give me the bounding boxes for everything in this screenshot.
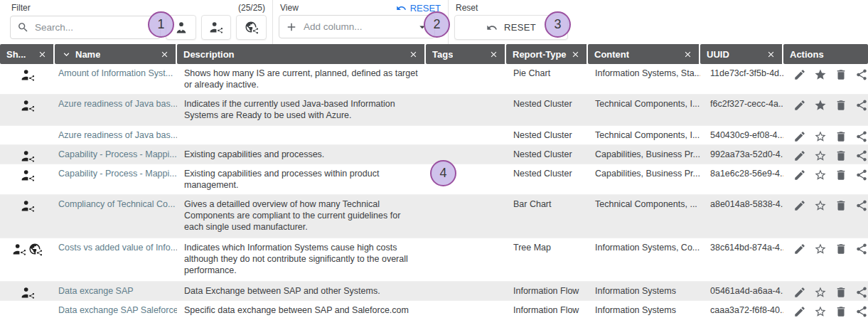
annotation-marker-4: 4 — [430, 160, 456, 186]
report-name-link[interactable]: Compliancy of Technical Co... — [55, 195, 177, 238]
description-cell: Indicates if the currently used Java-bas… — [177, 95, 426, 125]
delete-icon[interactable] — [835, 169, 847, 181]
table-row: Data excange SAPData Exchange between SA… — [0, 282, 868, 301]
star-icon[interactable] — [814, 149, 827, 162]
delete-icon[interactable] — [835, 243, 847, 255]
report-name-link[interactable]: Capability - Process - Mappi... — [55, 145, 177, 164]
delete-icon[interactable] — [835, 99, 847, 112]
businessman-icon — [174, 21, 188, 35]
tags-cell — [426, 95, 506, 125]
report-name-link[interactable]: Costs vs added value of Info... — [55, 238, 177, 281]
edit-icon[interactable] — [793, 169, 806, 181]
edit-icon[interactable] — [793, 130, 806, 143]
delete-icon[interactable] — [835, 305, 847, 318]
edit-icon[interactable] — [793, 305, 806, 318]
report-type-cell: Pie Chart — [506, 64, 588, 94]
share-icon[interactable] — [855, 169, 868, 181]
share-icon[interactable] — [855, 286, 868, 299]
uuid-cell: 8a1e6c28-56e9-4... — [700, 164, 783, 194]
add-column-placeholder: Add column... — [304, 21, 416, 32]
report-name-link[interactable]: Data excange SAP — [55, 282, 177, 300]
report-type-cell: Information Flow — [506, 301, 588, 318]
tags-cell — [426, 64, 506, 94]
edit-icon[interactable] — [793, 243, 806, 255]
uuid-cell: 540430c9-ef08-4... — [700, 126, 783, 144]
remove-column-icon[interactable] — [38, 50, 47, 59]
actions-cell — [783, 145, 868, 164]
person-share-icon — [21, 286, 35, 300]
sort-chevron-down-icon[interactable] — [61, 49, 72, 60]
description-cell: Gives a detailled overview of how many T… — [177, 195, 426, 238]
filter-person-share-button[interactable] — [201, 15, 232, 40]
table-row: Compliancy of Technical Co...Gives a det… — [0, 195, 868, 238]
delete-icon[interactable] — [835, 199, 847, 212]
edit-icon[interactable] — [793, 286, 806, 299]
edit-icon[interactable] — [793, 199, 806, 212]
uuid-cell: 11de73cf-3f5b-4d... — [700, 64, 783, 94]
column-header-shared[interactable]: Sh... — [0, 44, 55, 64]
column-header-tags[interactable]: Tags — [426, 44, 506, 64]
annotation-marker-2: 2 — [424, 11, 450, 38]
report-name-link[interactable]: Data exchange SAP Saleforce — [55, 301, 177, 318]
shared-status-cell — [0, 195, 55, 238]
share-icon[interactable] — [855, 68, 868, 81]
report-name-link[interactable]: Azure readiness of Java bas... — [55, 126, 177, 144]
shared-status-cell — [0, 145, 55, 164]
share-icon[interactable] — [855, 149, 868, 162]
remove-column-icon[interactable] — [160, 50, 169, 59]
column-header-name[interactable]: Name — [55, 44, 177, 64]
delete-icon[interactable] — [835, 68, 847, 81]
remove-column-icon[interactable] — [571, 50, 580, 59]
reset-button-label: RESET — [504, 22, 536, 33]
share-icon[interactable] — [855, 243, 868, 255]
filter-globe-share-button[interactable] — [236, 15, 267, 40]
column-header-content[interactable]: Content — [588, 44, 700, 64]
star-icon[interactable] — [814, 99, 827, 112]
share-icon[interactable] — [855, 130, 868, 143]
actions-cell — [783, 195, 868, 238]
add-column-dropdown[interactable]: Add column... — [279, 15, 435, 38]
delete-icon[interactable] — [835, 286, 847, 299]
report-name-link[interactable]: Capability - Process - Mappi... — [55, 164, 177, 194]
content-cell: Technical Components, I... — [588, 95, 700, 125]
delete-icon[interactable] — [835, 130, 847, 143]
share-icon[interactable] — [855, 305, 868, 318]
star-icon[interactable] — [814, 199, 827, 212]
uuid-cell: f6c2f327-cecc-4a... — [700, 95, 783, 125]
actions-cell — [783, 95, 868, 125]
search-box[interactable] — [10, 16, 161, 39]
star-icon[interactable] — [814, 68, 827, 81]
filter-label: Filter — [11, 3, 31, 13]
column-header-uuid[interactable]: UUID — [700, 44, 783, 64]
edit-icon[interactable] — [793, 99, 806, 112]
remove-column-icon[interactable] — [489, 50, 498, 59]
star-icon[interactable] — [814, 130, 827, 143]
table-body: Amount of Information Syst...Shows how m… — [0, 64, 868, 318]
share-icon[interactable] — [855, 199, 868, 212]
remove-column-icon[interactable] — [409, 50, 418, 59]
column-header-description[interactable]: Description — [177, 44, 426, 64]
shared-status-cell — [0, 164, 55, 194]
remove-column-icon[interactable] — [766, 50, 776, 59]
share-icon[interactable] — [855, 99, 868, 112]
content-cell: Capabilities, Business Pr... — [588, 164, 700, 194]
tags-cell — [426, 195, 506, 238]
star-icon[interactable] — [814, 305, 827, 318]
star-icon[interactable] — [814, 286, 827, 299]
person-share-icon — [209, 21, 223, 35]
table-row: Azure readiness of Java bas...Indicates … — [0, 95, 868, 126]
delete-icon[interactable] — [835, 149, 847, 162]
star-icon[interactable] — [814, 169, 827, 181]
table-row: Costs vs added value of Info...Indicates… — [0, 238, 868, 282]
column-header-report-type[interactable]: Report-Type — [506, 44, 588, 64]
report-name-link[interactable]: Amount of Information Syst... — [55, 64, 177, 94]
person-share-icon — [21, 149, 35, 164]
edit-icon[interactable] — [793, 149, 806, 162]
star-icon[interactable] — [814, 243, 827, 255]
search-input[interactable] — [35, 22, 154, 33]
edit-icon[interactable] — [793, 68, 806, 81]
report-name-link[interactable]: Azure readiness of Java bas... — [55, 95, 177, 125]
uuid-cell: 05461a4d-a6aa-4... — [700, 282, 783, 300]
shared-status-cell — [0, 64, 55, 94]
remove-column-icon[interactable] — [683, 50, 692, 59]
